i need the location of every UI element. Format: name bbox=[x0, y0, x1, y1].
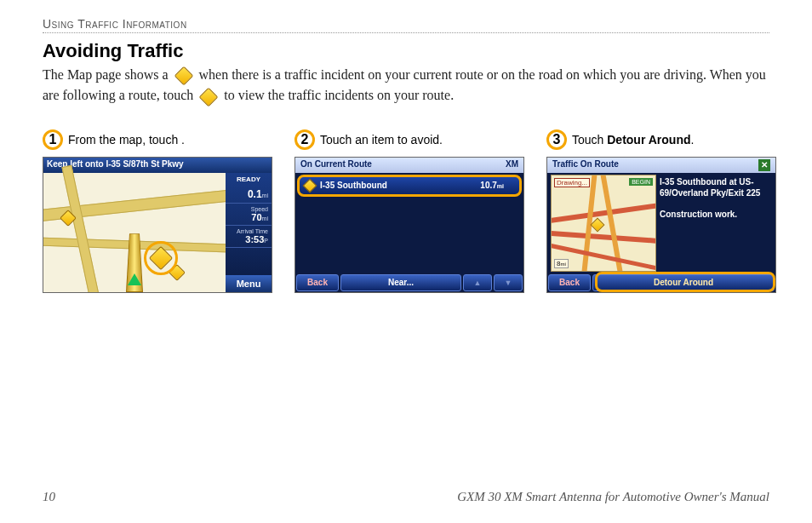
map-thumbnail: Drawing... BEGIN 8mi bbox=[551, 175, 656, 272]
scroll-up-button[interactable] bbox=[463, 274, 492, 291]
menu-button[interactable]: Menu bbox=[226, 275, 272, 292]
step-1: 1 From the map, touch . Keep left onto I… bbox=[43, 128, 272, 293]
screenshot-route-list: On Current Route XM I-35 Southbound 10.7… bbox=[294, 157, 524, 293]
detour-around-button[interactable]: Detour Around bbox=[592, 274, 775, 291]
step-number-2: 2 bbox=[294, 129, 315, 150]
traffic-diamond-icon bbox=[303, 178, 317, 193]
step-number-3: 3 bbox=[546, 129, 567, 150]
speed-label: Speed bbox=[229, 206, 268, 212]
begin-label: BEGIN bbox=[629, 178, 653, 186]
step-3-caption: Touch Detour Around. bbox=[572, 133, 694, 147]
traffic-diamond-icon bbox=[591, 217, 605, 232]
incident-description: Construction work. bbox=[660, 209, 772, 220]
screenshot-map: Keep left onto I-35 S/87th St Pkwy REA bbox=[43, 157, 272, 293]
incident-location: I-35 Southbound at US-69/Overland Pky/Ex… bbox=[660, 176, 772, 198]
traffic-list-item[interactable]: I-35 Southbound 10.7mi bbox=[299, 176, 520, 195]
back-button[interactable]: Back bbox=[548, 274, 591, 291]
section-header: Using Traffic Information bbox=[43, 17, 769, 33]
step-number-1: 1 bbox=[43, 129, 63, 150]
step-2: 2 Touch an item to avoid. On Current Rou… bbox=[294, 128, 524, 293]
drawing-label: Drawing... bbox=[554, 178, 590, 187]
manual-title: GXM 30 XM Smart Antenna for Automotive O… bbox=[457, 490, 769, 504]
traffic-diamond-icon bbox=[149, 246, 173, 270]
arrival-label: Arrival Time bbox=[229, 228, 268, 234]
step-3: 3 Touch Detour Around. Traffic On Route … bbox=[546, 128, 776, 293]
map-direction-bar: Keep left onto I-35 S/87th St Pkwy bbox=[43, 158, 272, 173]
traffic-detail-title: Traffic On Route bbox=[552, 159, 619, 171]
step-1-caption: From the map, touch . bbox=[68, 133, 185, 147]
gps-ready-label: READY bbox=[226, 173, 272, 186]
xm-indicator: XM bbox=[506, 159, 518, 171]
step-2-caption: Touch an item to avoid. bbox=[320, 133, 443, 147]
traffic-diamond-icon bbox=[174, 66, 194, 86]
intro-paragraph: The Map page shows a when there is a tra… bbox=[43, 66, 769, 107]
vehicle-icon bbox=[128, 273, 141, 285]
near-button[interactable]: Near... bbox=[340, 274, 461, 291]
speed-value: 70 bbox=[251, 212, 261, 222]
scroll-down-button[interactable] bbox=[494, 274, 523, 291]
distance-value: 0.1 bbox=[248, 188, 262, 200]
traffic-diamond-icon bbox=[198, 87, 219, 107]
page-number: 10 bbox=[43, 490, 55, 504]
close-icon[interactable]: ✕ bbox=[758, 159, 770, 171]
list-title: On Current Route bbox=[300, 159, 372, 171]
arrival-value: 3:53 bbox=[245, 234, 264, 244]
page-heading: Avoiding Traffic bbox=[43, 40, 769, 62]
back-button[interactable]: Back bbox=[296, 274, 339, 291]
screenshot-detour: Traffic On Route ✕ Drawing... BEGIN 8mi bbox=[546, 157, 776, 293]
